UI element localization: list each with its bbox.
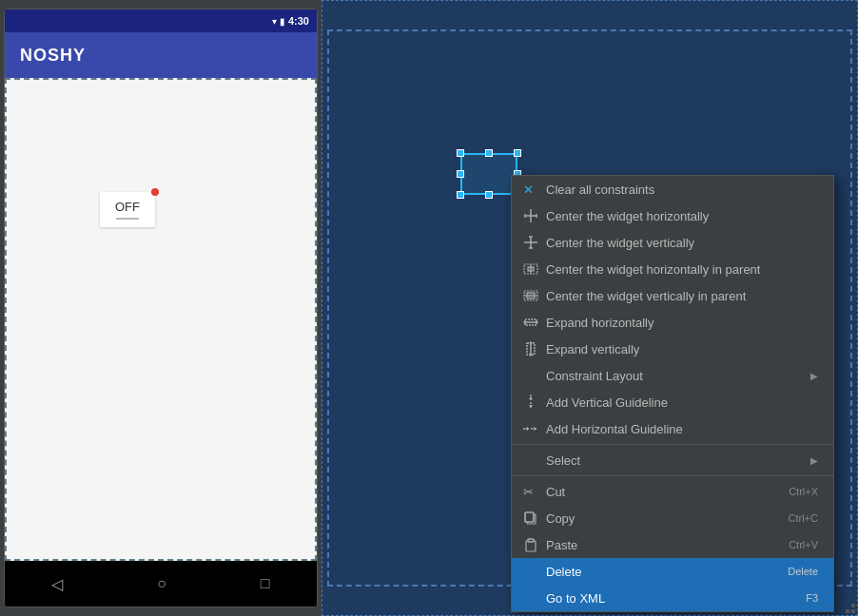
handle-tl[interactable] <box>457 149 464 157</box>
svg-marker-25 <box>529 405 533 408</box>
paste-label: Paste <box>546 538 773 552</box>
canvas-resize-handle[interactable] <box>842 600 857 615</box>
nav-home-btn[interactable]: ○ <box>157 575 166 592</box>
menu-item-center-h[interactable]: Center the widget horizontally <box>512 202 833 229</box>
menu-item-constraint-layout[interactable]: Constraint Layout ▶ <box>512 362 833 389</box>
paste-icon <box>521 535 540 554</box>
expand-v-icon <box>521 339 540 358</box>
svg-marker-27 <box>525 427 528 431</box>
svg-marker-24 <box>529 396 533 399</box>
handle-tr[interactable] <box>514 149 521 157</box>
menu-item-add-vertical-guideline[interactable]: Add Vertical Guideline <box>512 389 833 415</box>
expand-h-label: Expand horizontally <box>546 316 818 330</box>
horizontal-guideline-icon <box>521 419 540 438</box>
center-h-parent-label: Center the widget horizontally in parent <box>546 262 818 277</box>
clear-constraints-icon: ✕ <box>521 180 540 199</box>
clear-constraints-label: Clear all constraints <box>546 183 818 197</box>
menu-item-cut[interactable]: ✂ Cut Ctrl+X <box>512 478 833 505</box>
menu-item-center-h-parent[interactable]: Center the widget horizontally in parent <box>512 256 833 282</box>
design-canvas[interactable]: ✕ Clear all constraints Center the widge… <box>322 0 858 616</box>
center-v-icon <box>521 233 540 252</box>
widget-handles[interactable] <box>460 153 517 195</box>
svg-rect-14 <box>527 293 535 298</box>
center-h-icon <box>521 206 540 225</box>
handle-box <box>460 153 517 195</box>
toggle-widget: OFF <box>100 192 155 227</box>
svg-text:✕: ✕ <box>523 183 534 197</box>
cut-icon: ✂ <box>521 482 540 501</box>
center-v-label: Center the widget vertically <box>546 236 818 250</box>
delete-shortcut: Delete <box>788 566 818 577</box>
menu-item-expand-v[interactable]: Expand vertically <box>512 336 833 362</box>
menu-item-paste[interactable]: Paste Ctrl+V <box>512 531 833 558</box>
phone-content: OFF <box>5 78 317 561</box>
select-label: Select <box>546 453 803 468</box>
constraint-layout-arrow: ▶ <box>810 371 818 381</box>
menu-item-select[interactable]: Select ▶ <box>512 447 833 473</box>
svg-marker-21 <box>529 341 533 343</box>
handle-bl[interactable] <box>457 191 464 199</box>
nav-back-btn[interactable]: ◁ <box>51 575 63 593</box>
delete-label: Delete <box>546 565 772 579</box>
svg-rect-33 <box>526 541 536 551</box>
separator-1 <box>512 444 833 445</box>
status-icons: ▾ ▮ 4:30 <box>272 15 309 27</box>
select-arrow: ▶ <box>810 455 818 466</box>
phone-preview-panel: ▾ ▮ 4:30 NOSHY OFF ◁ ○ □ <box>0 0 322 616</box>
app-bar: NOSHY <box>5 32 317 78</box>
menu-item-add-horizontal-guideline[interactable]: Add Horizontal Guideline <box>512 415 833 442</box>
svg-marker-28 <box>534 427 536 431</box>
menu-item-copy[interactable]: Copy Ctrl+C <box>512 505 833 531</box>
menu-item-clear-constraints[interactable]: ✕ Clear all constraints <box>512 176 833 202</box>
svg-rect-37 <box>846 609 849 613</box>
handle-tm[interactable] <box>485 149 493 157</box>
svg-rect-31 <box>525 512 534 522</box>
menu-item-go-to-xml[interactable]: Go to XML F3 <box>512 585 833 611</box>
dashed-overlay <box>5 78 317 561</box>
svg-rect-11 <box>528 267 534 271</box>
center-h-parent-icon <box>521 260 540 279</box>
select-icon <box>521 451 540 470</box>
svg-rect-38 <box>851 604 855 607</box>
vertical-guideline-icon <box>521 393 540 412</box>
add-vertical-guideline-label: Add Vertical Guideline <box>546 395 818 410</box>
handle-bm[interactable] <box>485 191 493 199</box>
status-bar: ▾ ▮ 4:30 <box>5 10 317 32</box>
svg-marker-18 <box>536 320 538 324</box>
expand-h-icon <box>521 313 540 332</box>
battery-icon: ▮ <box>280 16 285 27</box>
nav-bar: ◁ ○ □ <box>5 561 317 606</box>
copy-shortcut: Ctrl+C <box>789 512 818 524</box>
center-v-parent-icon <box>521 286 540 305</box>
svg-text:✂: ✂ <box>523 485 534 499</box>
separator-2 <box>512 475 833 476</box>
svg-rect-36 <box>851 609 855 613</box>
menu-item-center-v[interactable]: Center the widget vertically <box>512 229 833 256</box>
nav-recent-btn[interactable]: □ <box>261 575 270 592</box>
context-menu: ✕ Clear all constraints Center the widge… <box>511 175 834 612</box>
constraint-layout-label: Constraint Layout <box>546 369 803 383</box>
toggle-container: OFF <box>100 192 155 227</box>
menu-item-delete[interactable]: Delete Delete <box>512 558 833 585</box>
constraint-layout-icon <box>521 366 540 385</box>
delete-icon <box>521 562 540 581</box>
handle-lm[interactable] <box>457 170 464 178</box>
menu-item-expand-h[interactable]: Expand horizontally <box>512 309 833 336</box>
copy-label: Copy <box>546 511 773 526</box>
cut-label: Cut <box>546 485 773 499</box>
go-to-xml-shortcut: F3 <box>806 592 818 604</box>
toggle-label: OFF <box>115 200 140 214</box>
menu-item-center-v-parent[interactable]: Center the widget vertically in parent <box>512 282 833 309</box>
toggle-line <box>116 218 139 220</box>
app-title: NOSHY <box>20 46 86 66</box>
cut-shortcut: Ctrl+X <box>789 486 818 497</box>
center-v-parent-label: Center the widget vertically in parent <box>546 289 818 303</box>
design-canvas-panel: ✕ Clear all constraints Center the widge… <box>322 0 858 616</box>
go-to-xml-icon <box>521 588 540 607</box>
svg-marker-17 <box>523 320 525 324</box>
copy-icon <box>521 509 540 528</box>
paste-shortcut: Ctrl+V <box>789 539 818 550</box>
center-h-label: Center the widget horizontally <box>546 209 818 223</box>
wifi-icon: ▾ <box>272 16 277 27</box>
svg-marker-22 <box>529 355 533 356</box>
